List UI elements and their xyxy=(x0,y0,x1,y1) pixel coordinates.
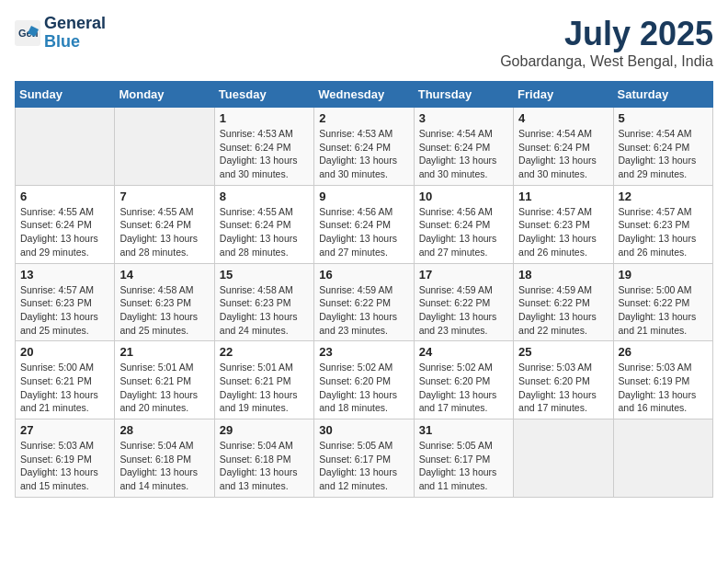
calendar-cell xyxy=(115,108,214,186)
day-info: Sunrise: 4:59 AM Sunset: 6:22 PM Dayligh… xyxy=(419,283,508,338)
day-info: Sunrise: 4:55 AM Sunset: 6:24 PM Dayligh… xyxy=(20,205,109,259)
day-info: Sunrise: 4:56 AM Sunset: 6:24 PM Dayligh… xyxy=(319,205,408,259)
day-number: 9 xyxy=(319,190,408,203)
calendar-cell xyxy=(613,419,712,498)
calendar-week-row: 20Sunrise: 5:00 AM Sunset: 6:21 PM Dayli… xyxy=(16,341,713,419)
calendar-cell: 27Sunrise: 5:03 AM Sunset: 6:19 PM Dayli… xyxy=(16,419,115,498)
day-number: 23 xyxy=(319,345,408,359)
day-number: 27 xyxy=(20,423,109,437)
day-number: 7 xyxy=(119,190,209,203)
calendar-cell: 3Sunrise: 4:54 AM Sunset: 6:24 PM Daylig… xyxy=(414,108,513,186)
calendar-week-row: 13Sunrise: 4:57 AM Sunset: 6:23 PM Dayli… xyxy=(16,263,713,341)
calendar-cell: 11Sunrise: 4:57 AM Sunset: 6:23 PM Dayli… xyxy=(514,185,613,263)
day-number: 24 xyxy=(419,345,508,359)
day-info: Sunrise: 5:03 AM Sunset: 6:19 PM Dayligh… xyxy=(20,439,109,493)
calendar-cell: 23Sunrise: 5:02 AM Sunset: 6:20 PM Dayli… xyxy=(314,341,414,419)
logo-icon: Gen xyxy=(15,20,40,46)
day-info: Sunrise: 5:03 AM Sunset: 6:20 PM Dayligh… xyxy=(518,361,608,415)
calendar-cell: 25Sunrise: 5:03 AM Sunset: 6:20 PM Dayli… xyxy=(514,341,613,419)
day-info: Sunrise: 4:53 AM Sunset: 6:24 PM Dayligh… xyxy=(220,127,309,181)
month-year: July 2025 xyxy=(500,15,713,53)
calendar-cell: 9Sunrise: 4:56 AM Sunset: 6:24 PM Daylig… xyxy=(314,185,414,263)
day-info: Sunrise: 4:55 AM Sunset: 6:24 PM Dayligh… xyxy=(220,205,309,259)
day-number: 22 xyxy=(220,345,309,359)
weekday-header-tuesday: Tuesday xyxy=(214,82,313,108)
calendar-cell: 10Sunrise: 4:56 AM Sunset: 6:24 PM Dayli… xyxy=(414,185,513,263)
calendar-cell: 22Sunrise: 5:01 AM Sunset: 6:21 PM Dayli… xyxy=(214,341,313,419)
calendar-week-row: 27Sunrise: 5:03 AM Sunset: 6:19 PM Dayli… xyxy=(16,419,713,498)
calendar-cell: 5Sunrise: 4:54 AM Sunset: 6:24 PM Daylig… xyxy=(613,108,712,186)
calendar-cell: 2Sunrise: 4:53 AM Sunset: 6:24 PM Daylig… xyxy=(314,108,414,186)
weekday-header-row: SundayMondayTuesdayWednesdayThursdayFrid… xyxy=(16,82,713,108)
calendar-cell: 29Sunrise: 5:04 AM Sunset: 6:18 PM Dayli… xyxy=(214,419,313,498)
day-number: 29 xyxy=(220,423,309,437)
calendar-cell: 20Sunrise: 5:00 AM Sunset: 6:21 PM Dayli… xyxy=(16,341,115,419)
day-info: Sunrise: 4:56 AM Sunset: 6:24 PM Dayligh… xyxy=(419,205,508,259)
weekday-header-monday: Monday xyxy=(115,82,214,108)
day-info: Sunrise: 4:57 AM Sunset: 6:23 PM Dayligh… xyxy=(518,205,608,259)
day-number: 10 xyxy=(419,190,508,203)
day-info: Sunrise: 5:05 AM Sunset: 6:17 PM Dayligh… xyxy=(319,439,408,493)
weekday-header-saturday: Saturday xyxy=(613,82,712,108)
day-number: 28 xyxy=(119,423,209,437)
day-info: Sunrise: 4:54 AM Sunset: 6:24 PM Dayligh… xyxy=(619,127,708,181)
day-number: 3 xyxy=(419,111,508,125)
calendar-cell: 26Sunrise: 5:03 AM Sunset: 6:19 PM Dayli… xyxy=(613,341,712,419)
day-number: 6 xyxy=(20,190,109,203)
logo: Gen General Blue xyxy=(15,15,106,52)
day-info: Sunrise: 4:54 AM Sunset: 6:24 PM Dayligh… xyxy=(518,127,608,181)
day-info: Sunrise: 4:59 AM Sunset: 6:22 PM Dayligh… xyxy=(518,283,608,338)
calendar-cell: 21Sunrise: 5:01 AM Sunset: 6:21 PM Dayli… xyxy=(115,341,214,419)
calendar-cell: 28Sunrise: 5:04 AM Sunset: 6:18 PM Dayli… xyxy=(115,419,214,498)
calendar-cell: 19Sunrise: 5:00 AM Sunset: 6:22 PM Dayli… xyxy=(613,263,712,341)
day-info: Sunrise: 4:57 AM Sunset: 6:23 PM Dayligh… xyxy=(20,283,109,338)
day-number: 25 xyxy=(518,345,608,359)
day-number: 11 xyxy=(518,190,608,203)
calendar-cell xyxy=(514,419,613,498)
weekday-header-wednesday: Wednesday xyxy=(314,82,414,108)
day-number: 17 xyxy=(419,268,508,282)
day-number: 31 xyxy=(419,423,508,437)
day-number: 2 xyxy=(319,111,408,125)
day-info: Sunrise: 4:55 AM Sunset: 6:24 PM Dayligh… xyxy=(119,205,209,259)
day-info: Sunrise: 4:53 AM Sunset: 6:24 PM Dayligh… xyxy=(319,127,408,181)
day-info: Sunrise: 5:04 AM Sunset: 6:18 PM Dayligh… xyxy=(220,439,309,493)
calendar-cell: 17Sunrise: 4:59 AM Sunset: 6:22 PM Dayli… xyxy=(414,263,513,341)
page-header: Gen General Blue July 2025 Gobardanga, W… xyxy=(15,15,713,70)
day-number: 21 xyxy=(119,345,209,359)
day-info: Sunrise: 5:00 AM Sunset: 6:21 PM Dayligh… xyxy=(20,361,109,415)
day-number: 12 xyxy=(619,190,708,203)
calendar-table: SundayMondayTuesdayWednesdayThursdayFrid… xyxy=(15,81,713,498)
calendar-cell: 14Sunrise: 4:58 AM Sunset: 6:23 PM Dayli… xyxy=(115,263,214,341)
day-info: Sunrise: 4:57 AM Sunset: 6:23 PM Dayligh… xyxy=(619,205,708,259)
calendar-cell: 4Sunrise: 4:54 AM Sunset: 6:24 PM Daylig… xyxy=(514,108,613,186)
calendar-cell: 7Sunrise: 4:55 AM Sunset: 6:24 PM Daylig… xyxy=(115,185,214,263)
day-number: 18 xyxy=(518,268,608,282)
calendar-cell: 31Sunrise: 5:05 AM Sunset: 6:17 PM Dayli… xyxy=(414,419,513,498)
day-info: Sunrise: 5:01 AM Sunset: 6:21 PM Dayligh… xyxy=(119,361,209,415)
day-info: Sunrise: 4:59 AM Sunset: 6:22 PM Dayligh… xyxy=(319,283,408,338)
day-info: Sunrise: 5:02 AM Sunset: 6:20 PM Dayligh… xyxy=(419,361,508,415)
calendar-cell: 30Sunrise: 5:05 AM Sunset: 6:17 PM Dayli… xyxy=(314,419,414,498)
day-number: 5 xyxy=(619,111,708,125)
day-info: Sunrise: 5:01 AM Sunset: 6:21 PM Dayligh… xyxy=(220,361,309,415)
calendar-cell: 24Sunrise: 5:02 AM Sunset: 6:20 PM Dayli… xyxy=(414,341,513,419)
weekday-header-sunday: Sunday xyxy=(16,82,115,108)
day-number: 13 xyxy=(20,268,109,282)
calendar-cell: 18Sunrise: 4:59 AM Sunset: 6:22 PM Dayli… xyxy=(514,263,613,341)
logo-line2: Blue xyxy=(44,33,106,52)
location: Gobardanga, West Bengal, India xyxy=(500,53,713,70)
calendar-cell: 16Sunrise: 4:59 AM Sunset: 6:22 PM Dayli… xyxy=(314,263,414,341)
day-info: Sunrise: 4:58 AM Sunset: 6:23 PM Dayligh… xyxy=(220,283,309,338)
day-number: 26 xyxy=(619,345,708,359)
day-number: 14 xyxy=(119,268,209,282)
calendar-cell: 1Sunrise: 4:53 AM Sunset: 6:24 PM Daylig… xyxy=(214,108,313,186)
logo-line1: General xyxy=(44,15,106,33)
day-info: Sunrise: 5:05 AM Sunset: 6:17 PM Dayligh… xyxy=(419,439,508,493)
day-number: 16 xyxy=(319,268,408,282)
calendar-week-row: 6Sunrise: 4:55 AM Sunset: 6:24 PM Daylig… xyxy=(16,185,713,263)
weekday-header-thursday: Thursday xyxy=(414,82,513,108)
calendar-cell: 15Sunrise: 4:58 AM Sunset: 6:23 PM Dayli… xyxy=(214,263,313,341)
day-info: Sunrise: 5:00 AM Sunset: 6:22 PM Dayligh… xyxy=(619,283,708,338)
day-number: 4 xyxy=(518,111,608,125)
